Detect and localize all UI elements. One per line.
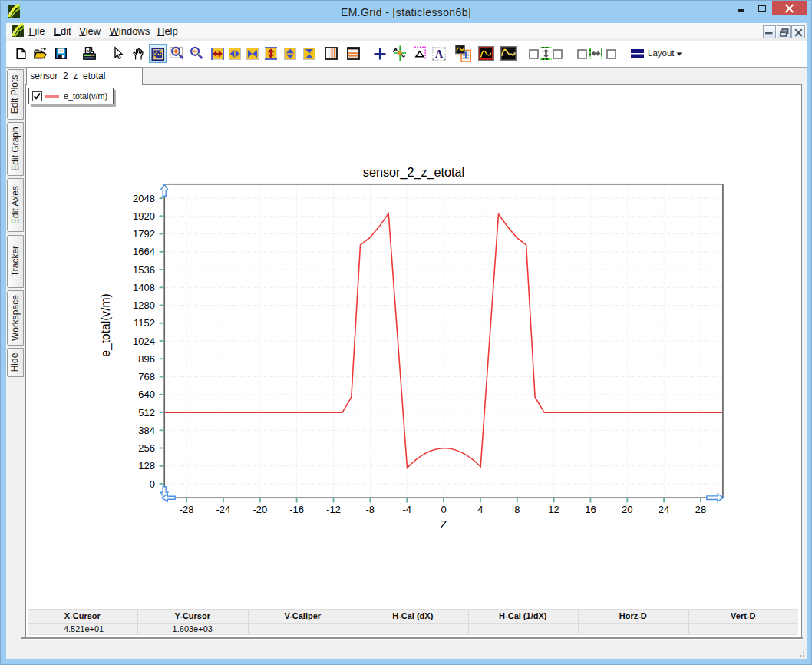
svg-text:0: 0 [150,478,155,490]
svg-text:-16: -16 [289,504,304,515]
svg-text:-20: -20 [253,504,267,515]
svg-text:1152: 1152 [134,317,155,329]
svg-text:-24: -24 [216,504,231,515]
svg-text:1408: 1408 [133,282,155,293]
svg-text:1024: 1024 [133,336,155,347]
svg-text:768: 768 [138,371,155,382]
svg-text:1792: 1792 [133,228,155,240]
svg-text:1920: 1920 [133,210,155,222]
svg-text:8: 8 [514,504,520,515]
svg-text:-28: -28 [180,504,194,515]
svg-text:Z: Z [440,518,447,531]
svg-text:28: 28 [695,504,706,515]
svg-text:e_total(v/m): e_total(v/m) [99,293,113,356]
svg-text:2048: 2048 [133,193,155,204]
svg-text:20: 20 [622,504,632,515]
svg-text:128: 128 [138,460,155,471]
svg-text:1280: 1280 [133,299,155,311]
svg-text:24: 24 [659,504,669,515]
svg-text:384: 384 [138,425,155,436]
svg-text:896: 896 [138,353,155,365]
svg-text:1536: 1536 [133,264,155,276]
svg-text:-8: -8 [366,504,375,515]
svg-text:640: 640 [138,389,155,400]
svg-text:4: 4 [477,504,483,515]
svg-text:16: 16 [585,504,596,515]
svg-text:sensor_2_z_etotal: sensor_2_z_etotal [363,165,464,180]
svg-text:-4: -4 [402,504,411,515]
svg-text:512: 512 [138,407,155,419]
svg-text:0: 0 [441,504,446,515]
svg-text:12: 12 [548,504,559,515]
svg-text:1664: 1664 [133,246,155,257]
svg-text:256: 256 [138,442,155,454]
svg-text:-12: -12 [326,504,341,515]
